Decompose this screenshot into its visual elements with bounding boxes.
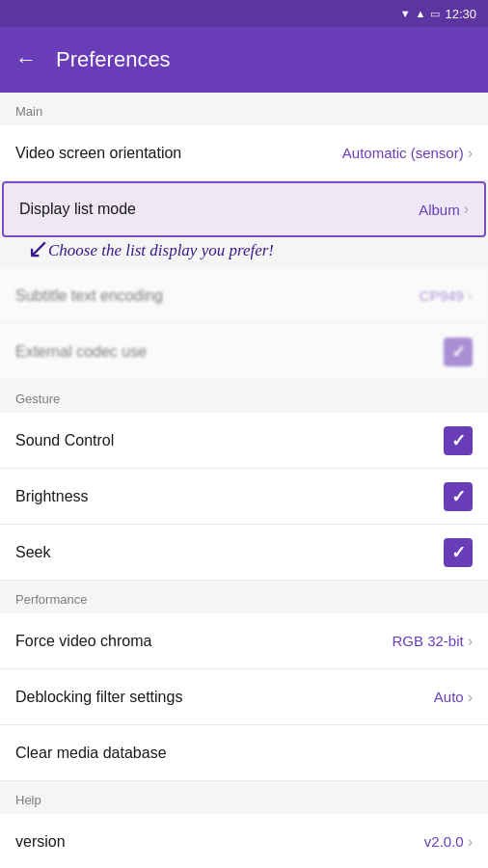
row-value-display-list-mode: Album › [419,201,469,218]
section-label-help: Help [15,793,41,807]
checkbox-brightness[interactable]: ✓ [444,482,473,511]
row-seek[interactable]: Seek ✓ [0,525,488,581]
row-label-seek: Seek [15,544,50,561]
row-version[interactable]: version v2.0.0 › [0,814,488,868]
status-icons: ▼ ▲ ▭ 12:30 [400,7,476,21]
section-label-performance: Performance [15,592,87,607]
row-value-subtitle-text-encoding: CP949 › [420,287,473,305]
signal-icon: ▲ [416,8,426,19]
checkbox-external-codec-use[interactable]: ✓ [444,338,473,366]
row-label-force-video-chroma: Force video chroma [15,633,151,650]
page-title: Preferences [56,47,171,72]
row-clear-media-database[interactable]: Clear media database [0,725,488,781]
checkbox-seek[interactable]: ✓ [444,538,473,567]
tooltip: ↙ Choose the list display you prefer! [0,237,488,268]
tooltip-arrow-icon: ↙ [27,235,49,262]
chevron-icon: › [468,833,473,851]
checkmark-icon: ✓ [451,486,466,507]
chevron-icon: › [468,287,473,305]
row-value-version: v2.0.0 › [424,833,473,851]
row-value-force-video-chroma: RGB 32-bit › [392,633,473,650]
row-sound-control[interactable]: Sound Control ✓ [0,413,488,469]
row-video-screen-orientation[interactable]: Video screen orientation Automatic (sens… [0,125,488,181]
row-label-video-screen-orientation: Video screen orientation [15,145,181,162]
row-external-codec-use[interactable]: External codec use ✓ [0,324,488,380]
row-label-sound-control: Sound Control [15,432,114,449]
status-bar: ▼ ▲ ▭ 12:30 [0,0,488,27]
row-brightness[interactable]: Brightness ✓ [0,469,488,525]
row-label-subtitle-text-encoding: Subtitle text encoding [15,287,163,305]
row-deblocking-filter-settings[interactable]: Deblocking filter settings Auto › [0,669,488,725]
toolbar: ← Preferences [0,27,488,93]
section-header-performance: Performance [0,581,488,613]
tooltip-text: Choose the list display you prefer! [29,235,274,259]
chevron-icon: › [464,201,469,218]
content-area: Main Video screen orientation Automatic … [0,93,488,868]
section-header-help: Help [0,781,488,814]
chevron-icon: › [468,633,473,650]
row-label-clear-media-database: Clear media database [15,745,167,762]
chevron-icon: › [468,145,473,162]
row-value-deblocking-filter-settings: Auto › [434,689,473,706]
row-force-video-chroma[interactable]: Force video chroma RGB 32-bit › [0,613,488,669]
checkmark-icon: ✓ [451,542,466,563]
wifi-icon: ▼ [400,8,411,19]
row-value-video-screen-orientation: Automatic (sensor) › [342,145,473,162]
row-label-external-codec-use: External codec use [15,343,147,361]
back-button[interactable]: ← [15,47,37,72]
checkmark-icon: ✓ [451,430,466,451]
section-label-main: Main [15,104,42,119]
chevron-icon: › [468,689,473,706]
row-label-deblocking-filter-settings: Deblocking filter settings [15,689,182,706]
checkbox-sound-control[interactable]: ✓ [444,426,473,455]
status-time: 12:30 [445,7,476,21]
battery-icon: ▭ [430,8,440,20]
row-label-brightness: Brightness [15,488,89,505]
row-subtitle-text-encoding[interactable]: Subtitle text encoding CP949 › [0,268,488,324]
section-header-main: Main [0,93,488,125]
row-label-display-list-mode: Display list mode [19,201,136,218]
section-header-gesture: Gesture [0,380,488,413]
checkmark-icon: ✓ [451,341,466,363]
row-label-version: version [15,833,66,851]
section-label-gesture: Gesture [15,392,60,406]
row-display-list-mode[interactable]: Display list mode Album › [2,181,486,237]
